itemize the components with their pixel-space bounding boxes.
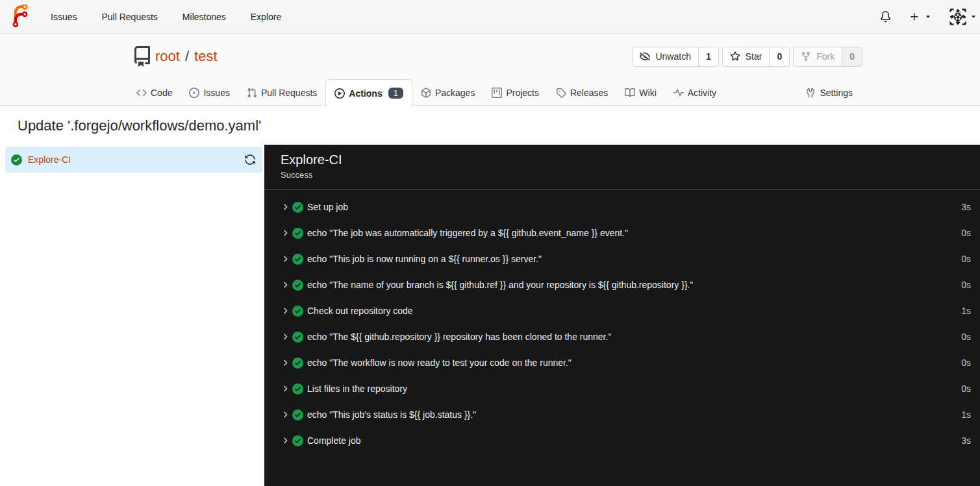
bell-icon[interactable]	[880, 11, 891, 22]
navbar-item[interactable]: Milestones	[170, 0, 238, 33]
step-row[interactable]: echo "The workflow is now ready to test …	[264, 350, 980, 376]
repo-tab[interactable]: Code	[128, 79, 181, 106]
eye-slash-icon	[640, 51, 650, 62]
step-row[interactable]: echo "The ${{ github.repository }} repos…	[264, 324, 980, 350]
job-log-header: Explore-CI Success	[264, 145, 980, 190]
step-duration: 0s	[953, 254, 971, 264]
step-row[interactable]: Complete job 3s	[264, 428, 980, 454]
step-row[interactable]: echo "The name of your branch is ${{ git…	[264, 272, 980, 298]
step-duration: 0s	[953, 332, 971, 342]
step-duration: 0s	[953, 383, 971, 394]
chevron-right-icon	[281, 358, 290, 367]
step-row[interactable]: echo "This job's status is ${{ job.statu…	[264, 402, 980, 428]
step-duration: 1s	[953, 409, 971, 420]
navbar-item-label: Issues	[51, 12, 77, 22]
repo-action-button-label: Star	[746, 51, 762, 62]
job-log-status: Success	[281, 170, 970, 180]
check-circle-icon	[292, 332, 303, 343]
navbar-item[interactable]: Explore	[238, 0, 294, 33]
user-menu[interactable]	[949, 8, 977, 25]
repo-tab-settings[interactable]: Settings	[797, 79, 861, 106]
chevron-right-icon	[281, 228, 290, 237]
check-circle-icon	[11, 154, 22, 165]
forgejo-logo[interactable]	[9, 5, 32, 28]
tools-icon	[805, 88, 816, 98]
step-label: echo "The job was automatically triggere…	[307, 228, 628, 238]
create-new-menu[interactable]	[909, 12, 932, 22]
step-row[interactable]: echo "This job is now running on a ${{ r…	[264, 246, 980, 272]
repo-tab[interactable]: Projects	[483, 79, 547, 106]
repo-tab-label: Issues	[203, 88, 229, 98]
repo-tab-label: Activity	[688, 88, 716, 98]
check-circle-icon	[292, 228, 303, 239]
play-circle-icon	[334, 88, 345, 99]
repo-tab[interactable]: Activity	[665, 79, 725, 106]
check-circle-icon	[292, 358, 303, 369]
step-label: echo "This job's status is ${{ job.statu…	[307, 409, 476, 420]
repo-tab-label: Actions	[349, 88, 382, 99]
repo-tab[interactable]: Wiki	[616, 79, 664, 106]
repo-action-button-main[interactable]: Unwatch	[633, 47, 697, 66]
book-icon	[625, 88, 635, 98]
repo-action-button-count[interactable]: 0	[769, 47, 789, 66]
star-icon	[730, 51, 740, 62]
step-duration: 3s	[953, 202, 971, 212]
repo-tab-label: Wiki	[639, 88, 656, 98]
chevron-right-icon	[281, 436, 290, 445]
repo-tab[interactable]: Actions 1	[325, 79, 412, 106]
repo-tab[interactable]: Pull Requests	[238, 79, 325, 106]
repo-tab-label: Pull Requests	[261, 88, 317, 98]
caret-down-icon	[924, 13, 932, 21]
step-label: Set up job	[307, 202, 348, 212]
step-duration: 0s	[953, 358, 971, 368]
code-icon	[136, 88, 147, 98]
step-label: List files in the repository	[307, 383, 407, 394]
repo-tab[interactable]: Issues	[181, 79, 238, 106]
step-row[interactable]: Check out repository code 1s	[264, 298, 980, 324]
step-label: Complete job	[307, 435, 361, 446]
check-circle-icon	[292, 435, 303, 446]
repo-tab-label: Packages	[435, 88, 475, 98]
repo-tab[interactable]: Packages	[412, 79, 483, 106]
repo-separator: /	[185, 48, 189, 65]
navbar-item-label: Milestones	[182, 12, 226, 22]
repo-action-button[interactable]: Unwatch 1	[632, 47, 718, 67]
repo-action-button-count[interactable]: 1	[698, 47, 718, 66]
tab-count-badge: 1	[388, 88, 403, 99]
step-duration: 0s	[953, 280, 971, 290]
repo-action-button-main[interactable]: Star	[723, 47, 770, 66]
repo-header: root / test Unwatch 1 Star 0	[0, 34, 980, 106]
run-title: Update '.forgejo/workflows/demo.yaml'	[18, 117, 962, 135]
check-circle-icon	[292, 306, 303, 317]
repo-tab[interactable]: Releases	[547, 79, 616, 106]
chevron-right-icon	[281, 384, 290, 393]
step-row[interactable]: echo "The job was automatically triggere…	[264, 220, 980, 246]
navbar-item[interactable]: Pull Requests	[89, 0, 170, 33]
repo-action-button-main[interactable]: Fork	[794, 47, 842, 66]
step-duration: 3s	[953, 435, 971, 446]
pull-request-icon	[247, 88, 257, 98]
project-icon	[492, 88, 502, 98]
job-name: Explore-CI	[28, 154, 71, 165]
repo-tab-label: Settings	[820, 88, 853, 98]
repo-name-link[interactable]: test	[194, 48, 217, 65]
step-label: echo "The workflow is now ready to test …	[307, 358, 572, 368]
step-list: Set up job 3s echo "The job was automati…	[264, 190, 980, 454]
repo-action-button[interactable]: Star 0	[722, 47, 790, 67]
step-row[interactable]: List files in the repository 0s	[264, 376, 980, 402]
check-circle-icon	[292, 383, 303, 395]
navbar-item[interactable]: Issues	[38, 0, 89, 33]
check-circle-icon	[292, 202, 303, 213]
step-row[interactable]: Set up job 3s	[264, 194, 980, 220]
repo-owner-link[interactable]: root	[155, 48, 180, 65]
repo-action-button-count[interactable]: 0	[842, 47, 862, 66]
navbar-links: Issues Pull Requests Milestones Explore	[38, 0, 294, 33]
repo-action-button[interactable]: Fork 0	[793, 47, 862, 67]
chevron-right-icon	[281, 306, 290, 315]
top-navbar: Issues Pull Requests Milestones Explore	[0, 0, 980, 34]
tag-icon	[556, 88, 566, 98]
repo-name: root / test	[155, 48, 218, 65]
rerun-job-icon[interactable]	[244, 154, 256, 165]
job-item-selected[interactable]: Explore-CI	[5, 147, 262, 173]
navbar-item-label: Explore	[251, 12, 281, 22]
